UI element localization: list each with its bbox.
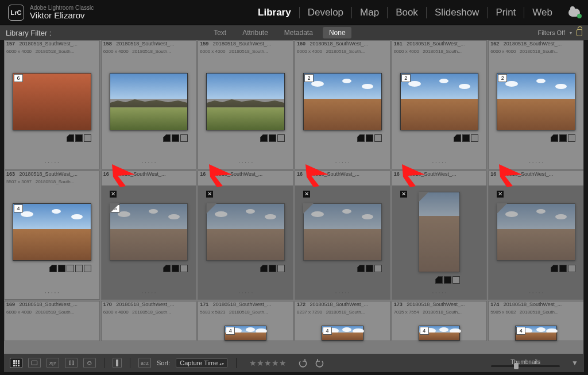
module-map[interactable]: Map [352,7,388,18]
rating-dots[interactable]: · · · · · [295,159,390,165]
thumbnail-size-slider[interactable] [491,365,560,367]
survey-view-button[interactable] [65,358,78,368]
reject-flag-icon[interactable]: ✕ [400,191,407,198]
grid-cell[interactable]: 170 20180518_SouthWest_...6000 x 4000 20… [101,301,197,341]
filter-none[interactable]: None [323,27,352,38]
rating-stars[interactable]: ★★★★★ [249,358,287,368]
thumb-frame-icon[interactable] [452,276,460,284]
grid-cell[interactable]: 157 20180518_SouthWest_...6000 x 4000 20… [4,40,100,169]
toolbar-chevron-icon[interactable]: ▼ [571,359,578,367]
grid-cell[interactable]: 16 180518_SouthWest_... ✕· · · · · [488,171,584,300]
grid-cell[interactable]: 162 20180518_SouthWest_...6000 x 4000 20… [488,40,584,169]
grid-view-button[interactable] [10,358,22,368]
rating-dots[interactable]: · · · · · [198,159,293,165]
tag-icon[interactable] [357,134,365,142]
rotate-cw-icon[interactable] [314,358,326,368]
grid-cell[interactable]: 174 20180518_SouthWest_...5985 x 6082 20… [488,301,584,341]
tag-icon[interactable] [67,134,74,142]
thumbnail-image[interactable] [419,192,461,272]
tag-icon[interactable] [551,134,558,142]
tag-icon[interactable] [357,265,365,272]
grid-cell[interactable]: 163 20180518_SouthWest_...5507 x 3097 20… [4,171,100,300]
thumbnail-image[interactable] [497,73,575,130]
rating-dots[interactable]: · · · · · [489,159,583,165]
grid-cell[interactable]: 16 180518_SouthWest_... ✕· · · · · [198,171,293,300]
thumbnail-image[interactable] [497,203,575,261]
thumb-frame-icon[interactable] [374,134,382,142]
painter-tool-button[interactable] [113,358,122,368]
filters-off-toggle[interactable]: Filters Off ▾ [538,29,582,36]
tag-icon[interactable] [454,134,461,142]
grid-cell[interactable]: 169 20180518_SouthWest_...6000 x 4000 20… [4,301,100,341]
rating-dots[interactable]: · · · · · [102,159,196,165]
flag-icon[interactable] [172,134,179,142]
module-library[interactable]: Library [250,7,300,18]
thumbnail-image[interactable] [110,203,188,261]
grid-cell[interactable]: 16 180518_SouthWest_... ✕· · · · · [392,171,488,300]
grid-cell[interactable]: 158 20180518_SouthWest_...6000 x 4000 20… [101,40,197,169]
grid-cell[interactable]: 16 180518_SouthWest_... ✕· · · · · [295,171,390,300]
rating-dots[interactable]: · · · · · [392,289,487,296]
flag-icon[interactable] [366,134,373,142]
thumb-frame-icon[interactable] [180,134,188,142]
tag-icon[interactable] [49,265,57,272]
rating-dots[interactable]: · · · · · [5,159,99,165]
sort-select[interactable]: Capture Time ▴▾ [176,358,228,368]
tag-icon[interactable] [163,265,171,272]
tag-icon[interactable] [260,134,268,142]
thumb-frame-icon[interactable] [277,134,285,142]
thumbnail-image[interactable] [13,203,91,261]
flag-icon[interactable] [58,265,65,272]
thumb-frame-icon[interactable] [471,134,478,142]
rotate-ccw-icon[interactable] [297,358,308,368]
thumb-frame-icon[interactable] [84,265,91,272]
rating-dots[interactable]: · · · · · [489,289,583,296]
thumbnail-image[interactable] [303,73,382,130]
grid-cell[interactable]: 171 20180518_SouthWest_...5683 x 5823 20… [198,301,293,341]
flag-icon[interactable] [172,265,179,272]
vertical-scrollbar[interactable] [583,40,584,354]
tag-icon[interactable] [551,265,558,272]
compare-view-button[interactable]: X|Y [47,358,59,368]
reject-flag-icon[interactable]: ✕ [303,191,310,198]
flag-icon[interactable] [75,134,83,142]
thumb-frame-icon[interactable] [568,134,575,142]
grid-cell[interactable]: 173 20180518_SouthWest_...7035 x 7554 20… [392,301,488,341]
slider-knob[interactable] [514,363,519,369]
rating-dots[interactable]: · · · · · [392,159,487,165]
module-web[interactable]: Web [524,7,560,18]
reject-flag-icon[interactable]: ✕ [110,191,117,198]
filter-attribute[interactable]: Attribute [236,27,274,38]
tag-icon[interactable] [260,265,268,272]
tag-icon[interactable] [163,134,171,142]
reject-flag-icon[interactable]: ✕ [497,191,504,198]
grid-cell[interactable]: 16 180518_SouthWest_... 5✕· · · · · [101,171,197,300]
thumb-frame-icon[interactable] [84,134,91,142]
thumbnail-image[interactable] [110,73,188,130]
thumbnail-image[interactable] [303,203,382,261]
grid-cell[interactable]: 172 20180518_SouthWest_...8237 x 7290 20… [295,301,390,341]
people-view-button[interactable]: ☺ [83,358,96,368]
flag-icon[interactable] [269,134,276,142]
module-print[interactable]: Print [488,7,524,18]
adjust-icon[interactable] [75,265,83,272]
module-slideshow[interactable]: Slideshow [427,7,488,18]
thumbnail-image[interactable] [13,73,91,130]
thumb-frame-icon[interactable] [277,265,285,272]
grid-cell[interactable]: 160 20180518_SouthWest_...6000 x 4000 20… [295,40,390,169]
lock-icon[interactable] [577,29,582,36]
thumbnail-image[interactable] [206,73,285,130]
loupe-view-button[interactable] [28,358,41,368]
flag-icon[interactable] [444,276,451,284]
flag-icon[interactable] [559,265,567,272]
sort-direction-button[interactable]: a↕z [138,358,151,368]
rating-dots[interactable]: · · · · · [5,289,99,296]
flag-icon[interactable] [269,265,276,272]
flag-icon[interactable] [366,265,373,272]
filter-text[interactable]: Text [207,27,233,38]
tag-icon[interactable] [435,276,443,284]
thumb-frame-icon[interactable] [180,265,188,272]
grid-cell[interactable]: 159 20180518_SouthWest_...6000 x 4000 20… [198,40,293,169]
crop-icon[interactable] [67,265,74,272]
module-book[interactable]: Book [388,7,427,18]
